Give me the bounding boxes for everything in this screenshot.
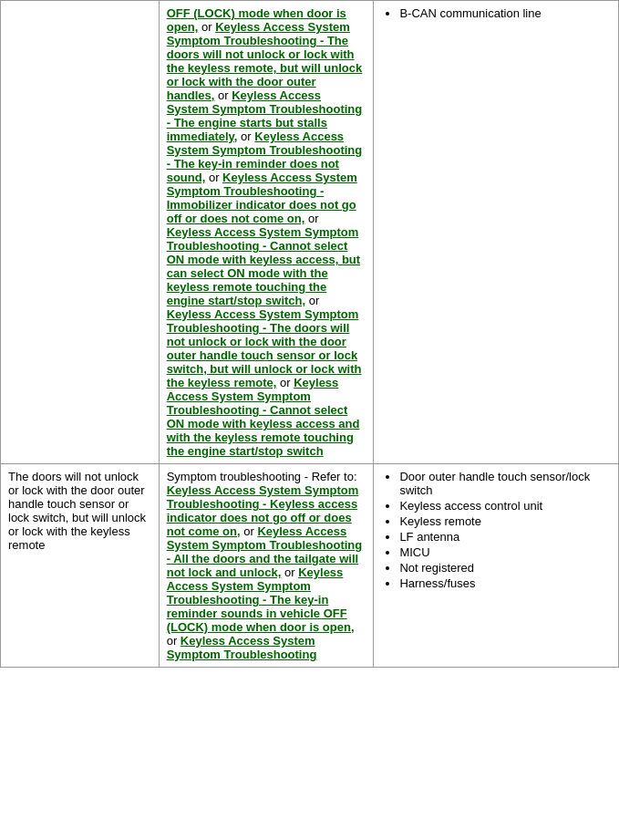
table-row: The doors will not unlock or lock with t… [1,464,619,668]
inspect-cell: B-CAN communication line [374,1,619,464]
link-cannot-select-on[interactable]: Keyless Access System Symptom Troublesho… [167,225,360,307]
inspect-item: Door outer handle touch sensor/lock swit… [399,470,611,497]
symptom-cell [1,1,160,464]
refer-cell-2: Symptom troubleshooting - Refer to: Keyl… [159,464,374,668]
table-row: OFF (LOCK) mode when door is open, or Ke… [1,1,619,464]
refer-prefix: Symptom troubleshooting - Refer to: [167,470,357,483]
inspect-item: Not registered [399,561,611,575]
inspect-item: MICU [399,545,611,559]
inspect-item: Keyless remote [399,514,611,528]
inspect-item: Keyless access control unit [399,499,611,513]
inspect-item: LF antenna [399,530,611,544]
refer-cell: OFF (LOCK) mode when door is open, or Ke… [159,1,374,464]
link-keyless-access-system[interactable]: Keyless Access System Symptom Troublesho… [167,634,317,661]
inspect-item: Harness/fuses [399,576,611,590]
symptom-text: The doors will not unlock or lock with t… [8,470,146,552]
symptom-cell-2: The doors will not unlock or lock with t… [1,464,160,668]
inspect-cell-2: Door outer handle touch sensor/lock swit… [374,464,619,668]
inspect-item: B-CAN communication line [399,6,611,20]
